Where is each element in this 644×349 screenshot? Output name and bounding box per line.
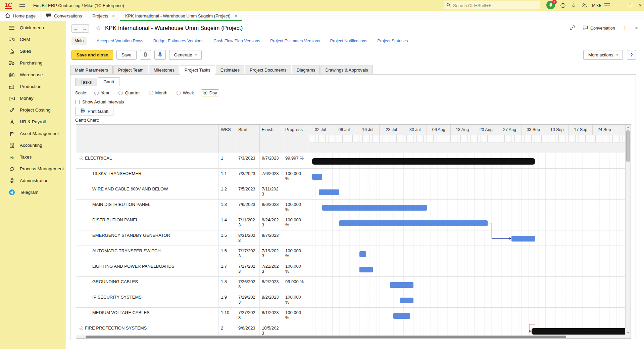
tab-close-icon[interactable]: × bbox=[235, 13, 237, 18]
sidebar-item-accounting[interactable]: Accounting bbox=[0, 139, 66, 151]
window-tab-projects[interactable]: Projects× bbox=[87, 11, 120, 21]
save-and-close-button[interactable]: Save and close bbox=[71, 50, 113, 60]
sidebar-item-administration[interactable]: Administration bbox=[0, 175, 66, 186]
table-row[interactable]: 13.8KV TRANSFORMER1.17/3/20237/6/2023100… bbox=[76, 169, 626, 184]
horizontal-scrollbar[interactable] bbox=[76, 335, 631, 338]
day-tick bbox=[315, 135, 319, 142]
attachments-button[interactable] bbox=[140, 50, 151, 60]
search-input[interactable]: Search Ctrl+Shift+F bbox=[444, 1, 540, 9]
sidebar-item-taxes[interactable]: %Taxes bbox=[0, 151, 66, 163]
reminder-button[interactable] bbox=[154, 50, 166, 60]
nav-link-accepted-variation-rows[interactable]: Accepted Variation Rows bbox=[97, 39, 143, 43]
sidebar-item-purchasing[interactable]: Purchasing bbox=[0, 57, 66, 69]
sidebar-item-process-management[interactable]: Process Management bbox=[0, 163, 66, 175]
favorite-star-icon[interactable]: ☆ bbox=[96, 25, 101, 32]
window-tab-kpk-international-warehouse-umm-suqeim-project[interactable]: KPK International - Warehouse Umm Suqeim… bbox=[120, 11, 242, 21]
scroll-up-icon[interactable]: ▲ bbox=[626, 125, 631, 130]
table-row[interactable]: AUTOMATIC TRANSFER SWITCH1.67/17/20237/1… bbox=[76, 246, 626, 261]
print-gantt-button[interactable]: Print Gantt bbox=[75, 107, 113, 116]
form-tab-diagrams[interactable]: Diagrams bbox=[292, 66, 320, 75]
sidebar-item-quick-menu[interactable]: Quick menu bbox=[0, 22, 66, 34]
form-tab-project-documents[interactable]: Project Documents bbox=[245, 66, 291, 75]
generate-button[interactable]: Generate▾ bbox=[169, 50, 202, 60]
vertical-scrollbar[interactable]: ▲ ▼ bbox=[625, 125, 631, 336]
sidebar-item-sales[interactable]: Sales bbox=[0, 45, 66, 57]
table-row[interactable]: IP SECURITY SYSTEMS1.97/29/20238/2/20231… bbox=[76, 292, 626, 308]
save-button[interactable]: Save bbox=[116, 50, 137, 60]
close-page-icon[interactable]: × bbox=[635, 25, 638, 31]
notifications-button[interactable]: 3 bbox=[546, 1, 556, 10]
horizontal-scroll-thumb[interactable] bbox=[86, 336, 566, 338]
task-name: 13.8KV TRANSFORMER bbox=[92, 171, 141, 176]
form-tab-milestones[interactable]: Milestones bbox=[149, 66, 179, 75]
vertical-scroll-thumb[interactable] bbox=[626, 130, 630, 162]
close-window-button[interactable]: × bbox=[636, 2, 644, 9]
day-tick bbox=[589, 135, 592, 142]
form-tab-estimates[interactable]: Estimates bbox=[216, 66, 244, 75]
collapse-icon[interactable]: − bbox=[80, 326, 83, 330]
scale-radio-quarter[interactable]: Quarter bbox=[116, 89, 142, 96]
window-tab-conversations[interactable]: Conversations bbox=[41, 11, 87, 21]
collapse-icon[interactable]: − bbox=[80, 157, 83, 160]
nav-link-project-statuses[interactable]: Project Statuses bbox=[377, 39, 408, 43]
sidebar-item-asset-management[interactable]: Asset Management bbox=[0, 128, 66, 139]
sidebar-item-hr-payroll[interactable]: HR & Payroll bbox=[0, 116, 66, 128]
radio-icon bbox=[94, 91, 99, 95]
form-tab-project-team[interactable]: Project Team bbox=[113, 66, 148, 75]
table-row[interactable]: MAIN DISTRIBUTION PANEL1.37/6/20238/6/20… bbox=[76, 200, 626, 215]
radio-icon bbox=[118, 91, 123, 95]
scale-radio-day[interactable]: Day bbox=[201, 89, 219, 96]
task-progress: 99.900 % bbox=[285, 279, 305, 284]
help-button[interactable]: ? bbox=[627, 50, 636, 60]
scale-radio-month[interactable]: Month bbox=[147, 89, 169, 96]
current-user[interactable]: Mike bbox=[592, 3, 601, 8]
table-row[interactable]: MEDIUM VOLTAGE CABLES1.107/27/20238/1/20… bbox=[76, 308, 626, 323]
forward-button[interactable]: → bbox=[80, 24, 89, 33]
subtab-gantt[interactable]: Gantt bbox=[98, 77, 119, 86]
day-tick bbox=[424, 135, 427, 142]
favorites-star-icon[interactable]: ☆ bbox=[569, 1, 578, 9]
form-tab-drawings-approvals[interactable]: Drawings & Approvals bbox=[320, 66, 373, 75]
subtab-tasks[interactable]: Tasks bbox=[75, 78, 97, 86]
form-tab-project-tasks[interactable]: Project Tasks bbox=[180, 65, 215, 75]
more-actions-button[interactable]: More actions▾ bbox=[583, 50, 623, 60]
nav-link-project-estimates-versions[interactable]: Project Estimates Versions bbox=[270, 39, 320, 43]
users-icon[interactable] bbox=[580, 1, 589, 9]
form-tab-main-parameters[interactable]: Main Parameters bbox=[70, 66, 113, 75]
back-button[interactable]: ← bbox=[71, 24, 80, 33]
nav-link-budget-estimates-versions[interactable]: Budget Estimates Versions bbox=[153, 39, 203, 43]
sidebar-item-label: Administration bbox=[20, 178, 49, 183]
table-row[interactable]: DISTRIBUTION PANEL1.47/11/20238/24/20231… bbox=[76, 215, 626, 230]
nav-link-cash-flow-plan-versions[interactable]: Cash Flow Plan Versions bbox=[213, 39, 260, 43]
sidebar-item-money[interactable]: Money bbox=[0, 92, 66, 104]
nav-current[interactable]: Main bbox=[71, 37, 87, 45]
tab-close-icon[interactable]: × bbox=[112, 13, 115, 18]
show-actual-intervals-checkbox[interactable] bbox=[75, 100, 80, 104]
nav-link-project-notifications[interactable]: Project Notifications bbox=[330, 39, 367, 43]
history-icon[interactable] bbox=[558, 1, 567, 9]
restore-button[interactable] bbox=[626, 2, 634, 9]
window-menu-icon[interactable] bbox=[603, 1, 611, 9]
scale-radio-week[interactable]: Week bbox=[175, 89, 196, 96]
table-row[interactable]: EMERGENCY STANDBY GENERATOR1.58/31/20239… bbox=[76, 230, 626, 246]
sidebar-item-production[interactable]: Production bbox=[0, 81, 66, 92]
scale-radio-year[interactable]: Year bbox=[92, 89, 111, 96]
conversation-button[interactable]: Conversation bbox=[583, 26, 615, 31]
day-tick bbox=[592, 135, 596, 142]
sidebar-item-warehouse[interactable]: Warehouse bbox=[0, 69, 66, 81]
table-row[interactable]: −FIRE PROTECTION SYSTEMS29/6/202310/5/20… bbox=[76, 323, 626, 336]
window-tab-home-page[interactable]: Home page bbox=[0, 11, 41, 21]
more-menu-icon[interactable]: ⋮ bbox=[623, 25, 628, 31]
sidebar-item-crm[interactable]: CRM bbox=[0, 34, 66, 45]
table-row[interactable]: WIRE AND CABLE 600V AND BELOW1.27/5/2023… bbox=[76, 184, 626, 200]
table-row[interactable]: −ELECTRICAL17/3/20239/7/202399.997 % bbox=[76, 153, 626, 169]
day-tick bbox=[491, 135, 494, 142]
minimize-button[interactable]: – bbox=[615, 2, 623, 9]
main-menu-icon[interactable] bbox=[19, 2, 25, 8]
get-link-icon[interactable] bbox=[569, 25, 575, 32]
table-row[interactable]: LIGHTING AND POWER PANELBOARDS1.77/17/20… bbox=[76, 261, 626, 277]
telegram-icon bbox=[8, 189, 15, 195]
sidebar-item-project-costing[interactable]: Project Costing bbox=[0, 104, 66, 116]
sidebar-item-telegram[interactable]: Telegram bbox=[0, 186, 66, 198]
table-row[interactable]: GROUNDING CABLES1.87/26/20238/2/202399.9… bbox=[76, 277, 626, 292]
